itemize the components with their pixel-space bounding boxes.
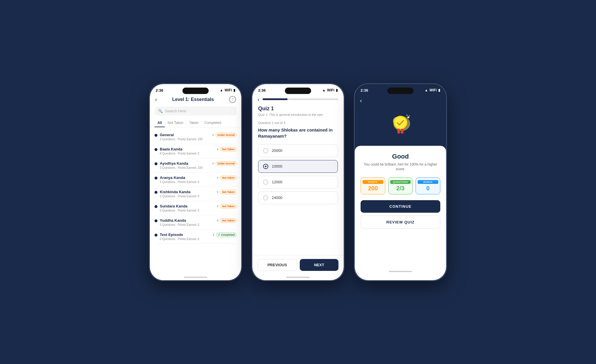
list-item[interactable]: Yuddha Kanda 5 Questions · Points Earned… — [155, 215, 237, 230]
status-time-2: 2:36 — [258, 88, 266, 93]
progress-bar-fill — [262, 98, 288, 100]
radio-b — [263, 164, 268, 169]
medal-icon — [387, 110, 414, 136]
list-item[interactable]: Test Episode 0 Questions · Points Earned… — [155, 230, 237, 244]
wifi-icon: WiFi — [430, 88, 437, 92]
back-button-3[interactable]: ‹ — [360, 97, 362, 104]
medal-container — [386, 109, 415, 138]
answer-option-d[interactable]: 24000 — [258, 191, 338, 204]
home-bar — [184, 277, 207, 278]
chevron-down-icon: ∨ — [217, 190, 219, 194]
answer-option-c[interactable]: 12000 — [258, 176, 338, 189]
battery-icon: ▮ — [336, 88, 338, 92]
status-time-1: 2:36 — [156, 88, 163, 93]
episode-dot — [155, 148, 157, 151]
battery-icon: ▮ — [438, 88, 440, 92]
dynamic-island-3 — [387, 88, 414, 94]
stat-value-points: 200 — [363, 185, 383, 192]
back-button-1[interactable]: ‹ — [155, 96, 157, 103]
tab-not-taken[interactable]: Not Taken — [165, 119, 186, 127]
phones-container: 2:36 ▲ WiFi ▮ ‹ Level 1: Essentials ? 🔍 … — [149, 83, 447, 281]
list-item[interactable]: Kishkinda Kanda 5 Questions · Points Ear… — [155, 187, 237, 201]
episode-left: Baala Kanda 8 Questions · Points Earned:… — [155, 147, 199, 155]
list-item[interactable]: Sundara Kanda 6 Questions · Points Earne… — [155, 201, 237, 215]
episode-left: Sundara Kanda 6 Questions · Points Earne… — [155, 204, 199, 212]
episode-meta: 5 Questions · Points Earned: 0 — [160, 180, 199, 184]
answer-option-a[interactable]: 20000 — [258, 144, 338, 157]
episode-badge: Under Scored — [215, 133, 237, 137]
progress-bar-container — [262, 98, 338, 100]
home-bar — [286, 277, 310, 278]
next-button[interactable]: NEXT — [300, 259, 338, 271]
list-item[interactable]: Ayodhya Kanda 3 Questions · Points Earne… — [155, 158, 237, 173]
home-indicator-2 — [252, 274, 344, 280]
episode-meta: 5 Questions · Points Earned: 0 — [160, 195, 199, 198]
episode-badge: ✓ Completed — [216, 232, 237, 237]
chevron-down-icon: ∨ — [212, 233, 215, 237]
dynamic-island-2 — [285, 88, 311, 94]
status-icons-2: ▲ WiFi ▮ — [322, 88, 338, 92]
episode-right: ∨ Under Scored — [212, 161, 237, 166]
answer-option-b[interactable]: 10000 — [258, 160, 338, 173]
episode-name: Aranya Kanda — [160, 175, 199, 180]
result-subtitle: You could be brilliant. Aim for 100% for… — [361, 162, 440, 172]
episode-left: Ayodhya Kanda 3 Questions · Points Earne… — [155, 161, 203, 169]
stat-bonus: BONUS 0 — [416, 177, 440, 194]
episode-dot — [155, 205, 157, 208]
home-bar — [389, 271, 412, 272]
level-title: Level 1: Essentials — [172, 97, 214, 102]
episode-right: ∨ Under Scored — [212, 133, 237, 137]
stat-label-points: POINTS — [363, 180, 383, 184]
episode-name: Test Episode — [160, 232, 199, 237]
help-button[interactable]: ? — [229, 96, 236, 103]
previous-button[interactable]: PREVIOUS — [258, 259, 297, 271]
battery-icon: ▮ — [233, 88, 235, 92]
episode-name: Ayodhya Kanda — [160, 161, 203, 166]
episode-name: Sundara Kanda — [160, 204, 199, 208]
episode-name: Kishkinda Kanda — [160, 190, 199, 194]
status-time-3: 2:36 — [361, 88, 368, 93]
episode-badge: Not Taken — [220, 204, 237, 209]
tab-taken[interactable]: Taken — [186, 119, 201, 127]
tab-completed[interactable]: Completed — [201, 119, 224, 127]
quiz-header: ‹ — [252, 94, 344, 106]
radio-c — [263, 180, 268, 185]
continue-button[interactable]: CONTINUE — [361, 200, 440, 213]
episode-right: ∨ Not Taken — [217, 175, 237, 180]
question-counter: Question 1 out of 3 — [258, 121, 338, 125]
episode-badge: Not Taken — [220, 190, 237, 194]
episode-meta: 3 Questions · Points Earned: 100 — [160, 166, 203, 169]
chevron-down-icon: ∨ — [212, 161, 214, 165]
episode-badge: Under Scored — [215, 161, 237, 166]
stat-value-bonus: 0 — [418, 185, 438, 192]
episode-meta: 8 Questions · Points Earned: 0 — [160, 152, 199, 155]
episode-name: Yuddha Kanda — [160, 218, 199, 223]
episode-right: ∨ Not Taken — [217, 147, 237, 152]
list-item[interactable]: Baala Kanda 8 Questions · Points Earned:… — [155, 144, 237, 158]
list-item[interactable]: Aranya Kanda 5 Questions · Points Earned… — [155, 173, 237, 187]
episode-meta: 0 Questions · Points Earned: 0 — [160, 237, 199, 241]
episode-meta: 3 Questions · Points Earned: 200 — [160, 138, 203, 141]
search-bar[interactable]: 🔍 Search Here — [155, 106, 237, 116]
search-icon: 🔍 — [158, 109, 163, 113]
signal-icon: ▲ — [425, 88, 428, 92]
signal-icon: ▲ — [322, 88, 326, 92]
tab-all[interactable]: All — [155, 119, 165, 127]
episode-meta: 6 Questions · Points Earned: 0 — [160, 209, 199, 212]
wifi-icon: WiFi — [225, 88, 232, 92]
radio-a — [263, 148, 268, 153]
chevron-down-icon: ∨ — [217, 147, 219, 151]
episode-dot — [155, 234, 157, 237]
back-button-2[interactable]: ‹ — [258, 96, 260, 103]
episode-dot — [155, 177, 157, 180]
episode-left: Aranya Kanda 5 Questions · Points Earned… — [155, 175, 199, 184]
episode-name: General — [160, 133, 203, 137]
episode-dot — [155, 162, 157, 165]
episode-badge: Not Taken — [220, 175, 237, 180]
chevron-down-icon: ∨ — [217, 219, 219, 222]
home-indicator-3 — [361, 269, 440, 274]
list-item[interactable]: General 3 Questions · Points Earned: 200… — [155, 130, 237, 144]
search-placeholder: Search Here — [165, 109, 186, 113]
quiz-footer: PREVIOUS NEXT — [252, 255, 344, 274]
review-button[interactable]: REVIEW QUIZ — [361, 216, 440, 229]
